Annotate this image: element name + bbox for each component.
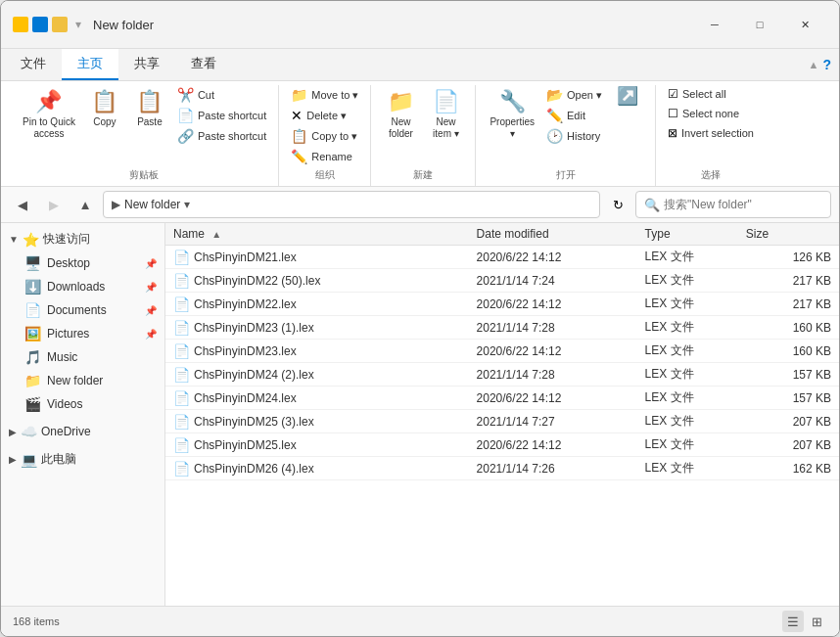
window-controls: ─ □ ✕	[692, 9, 827, 40]
back-button[interactable]: ◀	[9, 191, 36, 218]
delete-button[interactable]: ✕ Delete ▾	[287, 106, 362, 125]
invert-selection-button[interactable]: ⊠ Invert selection	[664, 124, 758, 142]
copy-button[interactable]: 📋 Copy	[83, 85, 126, 132]
table-row[interactable]: 📄 ChsPinyinDM25.lex 2020/6/22 14:12 LEX …	[165, 433, 839, 457]
file-size: 160 KB	[738, 340, 839, 363]
select-content: ☑ Select all ☐ Select none ⊠ Invert sele…	[664, 85, 758, 166]
sidebar-item-videos[interactable]: 🎬 Videos	[1, 392, 164, 416]
onedrive-chevron: ▶	[9, 427, 17, 437]
file-date: 2020/6/22 14:12	[469, 340, 637, 363]
minimize-button[interactable]: ─	[692, 9, 737, 40]
refresh-button[interactable]: ↻	[604, 191, 631, 218]
new-folder-icon: 📁	[388, 89, 414, 114]
sidebar-item-new-folder[interactable]: 📁 New folder	[1, 369, 164, 392]
table-row[interactable]: 📄 ChsPinyinDM22.lex 2020/6/22 14:12 LEX …	[165, 293, 839, 316]
paste-shortcut-button[interactable]: 🔗 Paste shortcut	[173, 126, 270, 146]
documents-icon: 📄	[24, 302, 41, 318]
file-date: 2021/1/14 7:27	[469, 410, 637, 433]
edit-button[interactable]: ✏️ Edit	[542, 106, 606, 125]
file-name-cell: 📄 ChsPinyinDM22.lex	[165, 293, 469, 316]
up-button[interactable]: ▲	[71, 191, 99, 218]
sidebar-item-desktop[interactable]: 🖥️ Desktop 📌	[1, 251, 164, 275]
sidebar-item-music[interactable]: 🎵 Music	[1, 345, 164, 369]
new-item-button[interactable]: 📄 Newitem ▾	[424, 85, 467, 144]
sidebar-item-pictures[interactable]: 🖼️ Pictures 📌	[1, 322, 164, 345]
file-icon: 📄	[173, 343, 190, 359]
pictures-icon: 🖼️	[24, 326, 41, 341]
column-header-name[interactable]: Name ▲	[165, 223, 469, 246]
delete-icon: ✕	[291, 108, 303, 123]
tab-file[interactable]: 文件	[5, 49, 62, 80]
sidebar-section-header-quick-access[interactable]: ▼ ⭐ 快速访问	[1, 227, 164, 251]
breadcrumb-item[interactable]: New folder	[124, 198, 180, 211]
list-view-button[interactable]: ☰	[782, 611, 804, 632]
open-button[interactable]: 📂 Open ▾	[542, 85, 606, 105]
breadcrumb-dropdown[interactable]: ▾	[184, 198, 190, 211]
column-header-size[interactable]: Size	[738, 223, 839, 246]
file-size: 126 KB	[738, 246, 839, 269]
pin-to-quick-access-button[interactable]: 📌 Pin to Quickaccess	[17, 85, 81, 144]
table-row[interactable]: 📄 ChsPinyinDM26 (4).lex 2021/1/14 7:26 L…	[165, 457, 839, 480]
desktop-label: Desktop	[47, 256, 90, 270]
ribbon-row: 📌 Pin to Quickaccess 📋 Copy 📋 Paste ✂️	[9, 85, 831, 186]
column-header-date[interactable]: Date modified	[469, 223, 637, 246]
paste-shortcut-icon: 🔗	[177, 128, 194, 144]
sidebar-section-header-onedrive[interactable]: ▶ ☁️ OneDrive	[1, 420, 164, 443]
music-label: Music	[47, 350, 77, 364]
open-group-label: 打开	[556, 166, 576, 186]
rename-button[interactable]: ✏️ Rename	[287, 147, 362, 166]
file-size: 207 KB	[738, 433, 839, 457]
history-button[interactable]: 🕑 History	[542, 126, 606, 146]
cut-label: Cut	[198, 89, 214, 101]
view-controls: ☰ ⊞	[782, 611, 827, 632]
ribbon-group-clipboard: 📌 Pin to Quickaccess 📋 Copy 📋 Paste ✂️	[9, 85, 279, 186]
this-pc-icon: 💻	[21, 452, 37, 468]
search-input[interactable]	[664, 198, 822, 211]
desktop-icon: 🖥️	[24, 255, 41, 271]
forward-button[interactable]: ▶	[40, 191, 68, 218]
table-row[interactable]: 📄 ChsPinyinDM24.lex 2020/6/22 14:12 LEX …	[165, 387, 839, 410]
column-header-type[interactable]: Type	[637, 223, 738, 246]
maximize-button[interactable]: □	[737, 9, 782, 40]
onedrive-label: OneDrive	[41, 425, 91, 438]
downloads-label: Downloads	[47, 280, 105, 294]
table-row[interactable]: 📄 ChsPinyinDM23.lex 2020/6/22 14:12 LEX …	[165, 340, 839, 363]
status-bar: 168 items ☰ ⊞	[1, 606, 839, 636]
file-size: 157 KB	[738, 363, 839, 387]
pictures-pin-icon: 📌	[145, 329, 157, 340]
copy-label: Copy	[93, 116, 116, 128]
sidebar-section-header-this-pc[interactable]: ▶ 💻 此电脑	[1, 447, 164, 472]
copy-path-button[interactable]: 📄 Paste shortcut	[173, 106, 270, 125]
table-row[interactable]: 📄 ChsPinyinDM24 (2).lex 2021/1/14 7:28 L…	[165, 363, 839, 387]
properties-button[interactable]: 🔧 Properties▾	[484, 85, 540, 144]
close-button[interactable]: ✕	[782, 9, 827, 40]
organize-group-label: 组织	[315, 166, 335, 186]
organize-buttons: 📁 Move to ▾ ✕ Delete ▾ 📋 Copy to ▾ ✏	[287, 85, 362, 166]
new-folder-button[interactable]: 📁 Newfolder	[379, 85, 422, 144]
file-type: LEX 文件	[637, 457, 738, 480]
videos-label: Videos	[47, 397, 82, 411]
table-row[interactable]: 📄 ChsPinyinDM21.lex 2020/6/22 14:12 LEX …	[165, 246, 839, 269]
file-name-cell: 📄 ChsPinyinDM23 (1).lex	[165, 316, 469, 340]
table-row[interactable]: 📄 ChsPinyinDM25 (3).lex 2021/1/14 7:27 L…	[165, 410, 839, 433]
select-none-button[interactable]: ☐ Select none	[664, 105, 758, 122]
copy-to-button[interactable]: 📋 Copy to ▾	[287, 126, 362, 146]
sidebar-item-downloads[interactable]: ⬇️ Downloads 📌	[1, 275, 164, 298]
tab-view[interactable]: 查看	[175, 49, 232, 80]
copy-to-label: Copy to ▾	[311, 130, 357, 143]
cut-button[interactable]: ✂️ Cut	[173, 85, 270, 105]
table-row[interactable]: 📄 ChsPinyinDM22 (50).lex 2021/1/14 7:24 …	[165, 269, 839, 293]
paste-button[interactable]: 📋 Paste	[128, 85, 171, 132]
move-to-button[interactable]: 📁 Move to ▾	[287, 85, 362, 105]
rename-label: Rename	[311, 151, 352, 162]
grid-view-button[interactable]: ⊞	[806, 611, 827, 632]
documents-pin-icon: 📌	[145, 305, 157, 316]
file-icon: 📄	[173, 296, 190, 312]
tab-home[interactable]: 主页	[62, 49, 118, 80]
help-icon[interactable]: ?	[822, 57, 831, 72]
tab-share[interactable]: 共享	[118, 49, 175, 80]
sidebar-item-documents[interactable]: 📄 Documents 📌	[1, 298, 164, 322]
select-all-button[interactable]: ☑ Select all	[664, 85, 758, 103]
folder-icon-blue	[32, 17, 48, 32]
table-row[interactable]: 📄 ChsPinyinDM23 (1).lex 2021/1/14 7:28 L…	[165, 316, 839, 340]
